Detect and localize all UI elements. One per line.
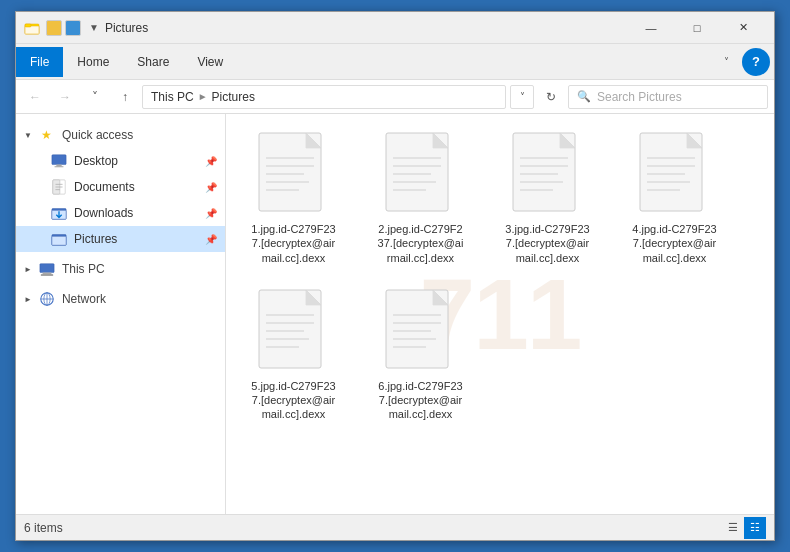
sidebar-item-downloads[interactable]: Downloads 📌 — [16, 200, 225, 226]
ribbon: File Home Share View ˅ ? — [16, 44, 774, 80]
quick-access-label: Quick access — [62, 128, 217, 142]
files-grid: 1.jpg.id-C279F23 7.[decryptex@air mail.c… — [236, 124, 764, 426]
file-icon — [381, 285, 461, 375]
file-icon — [635, 128, 715, 218]
svg-rect-4 — [56, 165, 61, 167]
svg-rect-14 — [52, 236, 66, 245]
window-icon — [24, 20, 40, 36]
file-item[interactable]: 4.jpg.id-C279F23 7.[decryptex@air mail.c… — [617, 124, 732, 269]
file-name: 5.jpg.id-C279F23 7.[decryptex@air mail.c… — [251, 379, 335, 422]
desktop-label: Desktop — [74, 154, 205, 168]
tab-home[interactable]: Home — [63, 47, 123, 77]
network-label: Network — [62, 292, 217, 306]
file-name: 3.jpg.id-C279F23 7.[decryptex@air mail.c… — [505, 222, 589, 265]
minimize-button[interactable]: — — [628, 12, 674, 44]
file-icon — [254, 128, 334, 218]
svg-rect-3 — [52, 155, 66, 165]
sidebar-section-quick-access: ▼ ★ Quick access Desktop 📌 — [16, 122, 225, 252]
list-view-button[interactable]: ☰ — [722, 517, 744, 539]
documents-label: Documents — [74, 180, 205, 194]
file-name: 2.jpeg.id-C279F2 37.[decryptex@ai rmail.… — [378, 222, 464, 265]
breadcrumb-pictures[interactable]: Pictures — [212, 90, 255, 104]
sidebar-section-thispc: ► This PC — [16, 256, 225, 282]
downloads-label: Downloads — [74, 206, 205, 220]
network-icon — [38, 290, 56, 308]
item-count: 6 items — [24, 521, 63, 535]
file-item[interactable]: 3.jpg.id-C279F23 7.[decryptex@air mail.c… — [490, 124, 605, 269]
sidebar: ▼ ★ Quick access Desktop 📌 — [16, 114, 226, 514]
pin-icon-pics: 📌 — [205, 234, 217, 245]
window-title: Pictures — [105, 21, 628, 35]
address-dropdown-button[interactable]: ˅ — [510, 85, 534, 109]
chevron-right-network-icon: ► — [24, 295, 32, 304]
breadcrumb-sep-1: ► — [198, 91, 208, 102]
sidebar-item-desktop[interactable]: Desktop 📌 — [16, 148, 225, 174]
main-area: ▼ ★ Quick access Desktop 📌 — [16, 114, 774, 514]
sidebar-network-header[interactable]: ► Network — [16, 286, 225, 312]
toolbar-icon-2[interactable] — [65, 20, 81, 36]
thispc-icon — [38, 260, 56, 278]
file-name: 4.jpg.id-C279F23 7.[decryptex@air mail.c… — [632, 222, 716, 265]
sidebar-quick-access-header[interactable]: ▼ ★ Quick access — [16, 122, 225, 148]
pin-icon-dl: 📌 — [205, 208, 217, 219]
file-icon — [381, 128, 461, 218]
file-name: 1.jpg.id-C279F23 7.[decryptex@air mail.c… — [251, 222, 335, 265]
file-item[interactable]: 5.jpg.id-C279F23 7.[decryptex@air mail.c… — [236, 281, 351, 426]
search-box[interactable]: 🔍 Search Pictures — [568, 85, 768, 109]
file-icon — [508, 128, 588, 218]
thispc-label: This PC — [62, 262, 217, 276]
pictures-icon — [50, 230, 68, 248]
file-explorer-window: ▼ Pictures — □ ✕ File Home Share View ˅ … — [15, 11, 775, 541]
nav-dropdown-button[interactable]: ˅ — [82, 84, 108, 110]
pin-icon-docs: 📌 — [205, 182, 217, 193]
search-icon: 🔍 — [577, 90, 591, 103]
svg-rect-2 — [25, 24, 31, 27]
chevron-down-icon: ▼ — [24, 131, 32, 140]
file-item[interactable]: 6.jpg.id-C279F23 7.[decryptex@air mail.c… — [363, 281, 478, 426]
svg-rect-16 — [42, 273, 51, 275]
search-placeholder: Search Pictures — [597, 90, 682, 104]
sidebar-section-network: ► Network — [16, 286, 225, 312]
maximize-button[interactable]: □ — [674, 12, 720, 44]
file-item[interactable]: 2.jpeg.id-C279F2 37.[decryptex@ai rmail.… — [363, 124, 478, 269]
svg-rect-5 — [55, 166, 64, 167]
sidebar-item-pictures[interactable]: Pictures 📌 — [16, 226, 225, 252]
desktop-icon — [50, 152, 68, 170]
svg-rect-15 — [40, 264, 54, 273]
window-controls: — □ ✕ — [628, 12, 766, 44]
file-icon — [254, 285, 334, 375]
help-button[interactable]: ? — [742, 48, 770, 76]
pictures-label: Pictures — [74, 232, 205, 246]
refresh-button[interactable]: ↻ — [538, 84, 564, 110]
downloads-icon — [50, 204, 68, 222]
sidebar-thispc-header[interactable]: ► This PC — [16, 256, 225, 282]
toolbar-icon-1[interactable] — [46, 20, 62, 36]
tab-share[interactable]: Share — [123, 47, 183, 77]
tab-file[interactable]: File — [16, 47, 63, 77]
star-icon: ★ — [38, 126, 56, 144]
file-item[interactable]: 1.jpg.id-C279F23 7.[decryptex@air mail.c… — [236, 124, 351, 269]
chevron-right-icon: ► — [24, 265, 32, 274]
breadcrumb: This PC ► Pictures — [142, 85, 506, 109]
toolbar-dropdown[interactable]: ▼ — [89, 22, 99, 33]
forward-button[interactable]: → — [52, 84, 78, 110]
pin-icon: 📌 — [205, 156, 217, 167]
svg-rect-17 — [41, 274, 53, 275]
up-button[interactable]: ↑ — [112, 84, 138, 110]
ribbon-collapse-icon[interactable]: ˅ — [714, 50, 738, 74]
file-name: 6.jpg.id-C279F23 7.[decryptex@air mail.c… — [378, 379, 462, 422]
titlebar: ▼ Pictures — □ ✕ — [16, 12, 774, 44]
sidebar-item-documents[interactable]: Documents 📌 — [16, 174, 225, 200]
addressbar: ← → ˅ ↑ This PC ► Pictures ˅ ↻ 🔍 Search … — [16, 80, 774, 114]
content-area: 711 1.jpg.id-C279F23 7.[decryptex@air ma… — [226, 114, 774, 514]
tab-view[interactable]: View — [183, 47, 237, 77]
quick-toolbar — [46, 20, 81, 36]
statusbar: 6 items ☰ ☷ — [16, 514, 774, 540]
breadcrumb-thispc[interactable]: This PC — [151, 90, 194, 104]
back-button[interactable]: ← — [22, 84, 48, 110]
documents-icon — [50, 178, 68, 196]
close-button[interactable]: ✕ — [720, 12, 766, 44]
details-view-button[interactable]: ☷ — [744, 517, 766, 539]
